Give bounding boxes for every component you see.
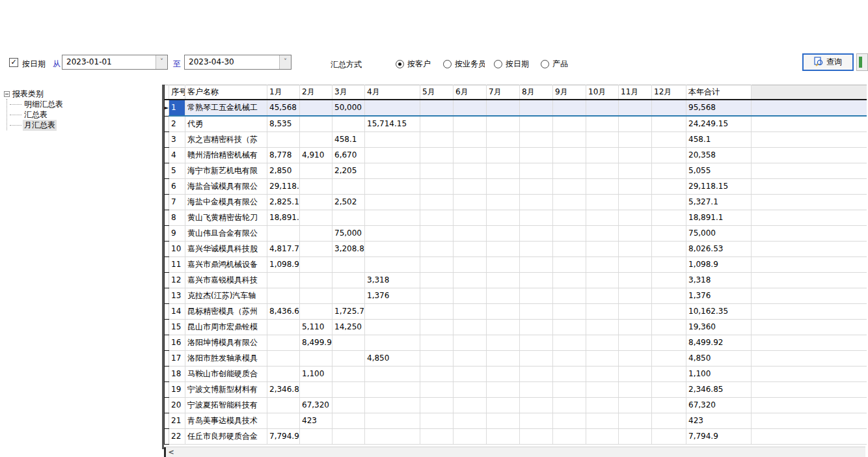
cell-value[interactable] [487, 210, 520, 225]
column-header[interactable]: 2月 [300, 85, 332, 100]
cell-value[interactable]: 45,568 [267, 100, 300, 117]
cell-value[interactable] [652, 147, 686, 163]
cell-value[interactable]: 4,817.73 [267, 241, 300, 256]
cell-value[interactable] [520, 350, 553, 366]
cell-value[interactable] [420, 350, 454, 366]
cell-value[interactable]: 2,502 [332, 194, 365, 210]
cell-value[interactable]: 458.1 [686, 132, 752, 147]
cell-customer-name[interactable]: 洛阳市胜发轴承模具 [185, 350, 267, 366]
column-header[interactable]: 12月 [652, 85, 686, 100]
cell-value[interactable] [300, 350, 332, 366]
cell-value[interactable] [267, 319, 300, 335]
cell-value[interactable]: 18,891.1 [686, 210, 752, 225]
cell-value[interactable]: 3,318 [686, 272, 752, 288]
cell-value[interactable] [619, 335, 652, 350]
cell-value[interactable] [586, 381, 619, 397]
cell-value[interactable] [420, 147, 454, 163]
from-date-combo[interactable]: 2023-01-01 ˅ [62, 55, 168, 70]
cell-row-number[interactable]: 13 [169, 288, 185, 303]
cell-value[interactable] [365, 381, 420, 397]
cell-value[interactable] [267, 225, 300, 241]
cell-value[interactable] [300, 272, 332, 288]
cell-value[interactable]: 4,910 [300, 147, 332, 163]
cell-value[interactable] [520, 381, 553, 397]
cell-value[interactable] [586, 303, 619, 319]
cell-value[interactable]: 1,098.9 [686, 256, 752, 272]
cell-row-number[interactable]: 19 [169, 381, 185, 397]
cell-row-number[interactable]: 5 [169, 163, 185, 178]
cell-value[interactable] [487, 381, 520, 397]
cell-value[interactable] [586, 116, 619, 132]
cell-customer-name[interactable]: 马鞍山市创能硬质合 [185, 366, 267, 381]
cell-value[interactable] [365, 303, 420, 319]
cell-value[interactable] [586, 288, 619, 303]
cell-value[interactable] [267, 335, 300, 350]
cell-value[interactable] [619, 178, 652, 194]
cell-value[interactable]: 458.1 [332, 132, 365, 147]
export-button-partial[interactable] [856, 53, 868, 71]
cell-value[interactable] [454, 413, 487, 428]
column-header[interactable]: 8月 [520, 85, 553, 100]
cell-value[interactable] [454, 147, 487, 163]
column-header[interactable]: 4月 [365, 85, 420, 100]
cell-value[interactable] [619, 241, 652, 256]
cell-value[interactable] [652, 225, 686, 241]
cell-value[interactable] [454, 303, 487, 319]
cell-value[interactable] [586, 147, 619, 163]
column-header[interactable]: 10月 [586, 85, 619, 100]
cell-value[interactable] [420, 366, 454, 381]
cell-customer-name[interactable]: 海宁市新艺机电有限 [185, 163, 267, 178]
chevron-down-icon[interactable]: ˅ [156, 55, 167, 69]
cell-value[interactable]: 67,320 [300, 397, 332, 413]
cell-value[interactable] [553, 366, 586, 381]
cell-value[interactable] [365, 147, 420, 163]
column-header[interactable]: 6月 [454, 85, 487, 100]
cell-value[interactable]: 1,725.75 [332, 303, 365, 319]
table-row[interactable]: 3东之吉精密科技（苏458.1458.1 [165, 132, 867, 147]
cell-row-number[interactable]: 4 [169, 147, 185, 163]
cell-value[interactable] [619, 319, 652, 335]
from-date-value[interactable]: 2023-01-01 [62, 55, 156, 69]
table-row[interactable]: 10嘉兴华诚模具科技股4,817.733,208.88,026.53 [165, 241, 867, 256]
cell-value[interactable] [487, 241, 520, 256]
cell-value[interactable] [454, 210, 487, 225]
cell-value[interactable] [420, 303, 454, 319]
cell-value[interactable] [332, 413, 365, 428]
collapse-icon[interactable] [4, 91, 10, 97]
cell-row-number[interactable]: 6 [169, 178, 185, 194]
cell-value[interactable] [365, 132, 420, 147]
cell-value[interactable] [553, 428, 586, 444]
cell-value[interactable] [365, 100, 420, 117]
cell-row-number[interactable]: 15 [169, 319, 185, 335]
radio-icon[interactable] [443, 60, 452, 68]
cell-value[interactable]: 24,249.15 [686, 116, 752, 132]
cell-value[interactable] [332, 381, 365, 397]
cell-value[interactable] [487, 256, 520, 272]
cell-value[interactable] [454, 319, 487, 335]
radio-icon[interactable] [396, 60, 404, 68]
table-row[interactable]: 21青岛美事达模具技术423423 [165, 413, 867, 428]
table-row[interactable]: 6海盐合诚模具有限公29,118.1529,118.15 [165, 178, 867, 194]
cell-value[interactable]: 5,327.1 [686, 194, 752, 210]
cell-customer-name[interactable]: 常熟琴工五金机械工 [185, 100, 267, 117]
cell-value[interactable] [332, 256, 365, 272]
cell-value[interactable] [652, 272, 686, 288]
chevron-down-icon[interactable]: ˅ [279, 55, 291, 69]
cell-value[interactable] [652, 397, 686, 413]
cell-value[interactable] [553, 147, 586, 163]
cell-value[interactable] [619, 303, 652, 319]
column-header[interactable]: 本年合计 [686, 85, 752, 100]
cell-value[interactable] [365, 256, 420, 272]
cell-value[interactable] [619, 366, 652, 381]
cell-value[interactable] [586, 100, 619, 117]
cell-value[interactable] [619, 272, 652, 288]
cell-value[interactable]: 19,360 [686, 319, 752, 335]
cell-value[interactable] [553, 319, 586, 335]
cell-value[interactable]: 5,055 [686, 163, 752, 178]
cell-value[interactable] [420, 163, 454, 178]
cell-value[interactable] [487, 288, 520, 303]
cell-value[interactable] [487, 350, 520, 366]
cell-customer-name[interactable]: 嘉兴市嘉锐模具科技 [185, 272, 267, 288]
cell-value[interactable] [553, 413, 586, 428]
cell-value[interactable] [586, 350, 619, 366]
